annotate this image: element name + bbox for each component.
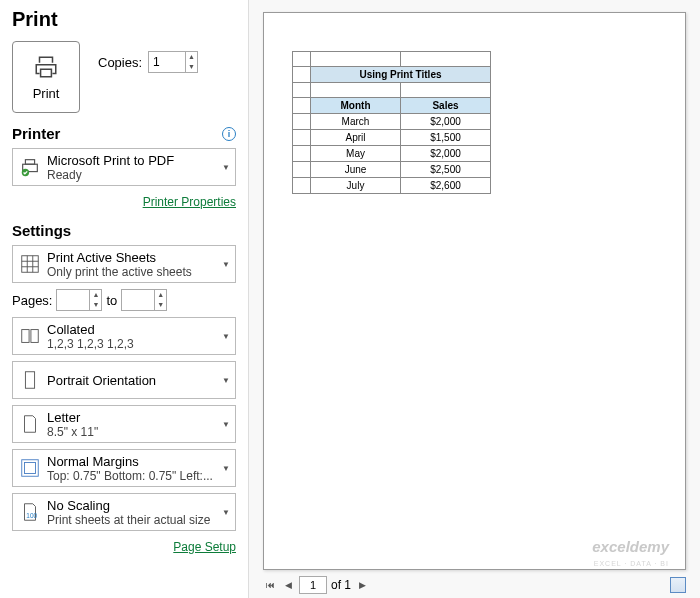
svg-rect-1 [25,160,34,165]
pages-to-input[interactable] [122,293,154,307]
portrait-icon [13,369,47,391]
svg-rect-6 [25,372,34,389]
chevron-down-icon[interactable]: ▼ [90,300,101,310]
margins-icon [13,457,47,479]
table-row: July$2,600 [293,178,491,194]
orientation-dropdown[interactable]: Portrait Orientation ▼ [12,361,236,399]
table-row: April$1,500 [293,130,491,146]
printer-heading-row: Printer i [12,125,236,142]
margins-dropdown[interactable]: Normal Margins Top: 0.75" Bottom: 0.75" … [12,449,236,487]
print-settings-pane: Print Print Copies: ▲▼ Printer i Microso… [0,0,248,598]
preview-table: Using Print Titles MonthSales March$2,00… [292,51,491,194]
page-icon [13,413,47,435]
chevron-down-icon[interactable]: ▼ [186,62,197,72]
table-row: May$2,000 [293,146,491,162]
col-month: Month [311,98,401,114]
next-page-button[interactable]: ▶ [355,578,369,592]
paper-dropdown[interactable]: Letter 8.5" x 11" ▼ [12,405,236,443]
paper-sub: 8.5" x 11" [47,425,217,439]
chevron-up-icon[interactable]: ▲ [90,290,101,300]
chevron-up-icon[interactable]: ▲ [186,52,197,62]
collate-main: Collated [47,322,217,337]
copies-stepper[interactable]: ▲▼ [185,52,197,72]
page-title: Print [12,8,236,31]
svg-rect-8 [25,463,36,474]
pages-from-spinner[interactable]: ▲▼ [56,289,102,311]
zoom-to-page-button[interactable] [670,577,686,593]
print-button-label: Print [33,86,60,101]
page-setup-link[interactable]: Page Setup [173,540,236,554]
orientation-main: Portrait Orientation [47,373,217,388]
preview-page: Using Print Titles MonthSales March$2,00… [263,12,686,570]
copies-spinner[interactable]: ▲▼ [148,51,198,73]
printer-dropdown[interactable]: Microsoft Print to PDF Ready ▼ [12,148,236,186]
collate-icon [13,325,47,347]
chevron-down-icon: ▼ [217,163,235,172]
pages-to-spinner[interactable]: ▲▼ [121,289,167,311]
sheets-icon [13,253,47,275]
margins-sub: Top: 0.75" Bottom: 0.75" Left:... [47,469,217,483]
info-icon[interactable]: i [222,127,236,141]
chevron-down-icon: ▼ [217,508,235,517]
print-what-sub: Only print the active sheets [47,265,217,279]
copies-input[interactable] [149,55,185,69]
settings-heading: Settings [12,222,236,239]
watermark-sub: EXCEL · DATA · BI [594,560,669,567]
pager: ⏮ ◀ of 1 ▶ [263,576,686,594]
first-page-button[interactable]: ⏮ [263,578,277,592]
col-sales: Sales [401,98,491,114]
chevron-down-icon: ▼ [217,376,235,385]
page-of-label: of 1 [331,578,351,592]
scaling-main: No Scaling [47,498,217,513]
scaling-sub: Print sheets at their actual size [47,513,217,527]
chevron-down-icon: ▼ [217,420,235,429]
table-row: March$2,000 [293,114,491,130]
printer-icon [31,54,61,80]
print-action-row: Print Copies: ▲▼ [12,41,236,113]
prev-page-button[interactable]: ◀ [281,578,295,592]
chevron-down-icon: ▼ [217,260,235,269]
scaling-icon: 100 [13,501,47,523]
watermark: exceldemy [592,538,669,555]
printer-status-icon [13,156,47,178]
print-what-dropdown[interactable]: Print Active Sheets Only print the activ… [12,245,236,283]
svg-rect-3 [22,256,39,273]
printer-status: Ready [47,168,217,182]
chevron-down-icon[interactable]: ▼ [155,300,166,310]
collate-sub: 1,2,3 1,2,3 1,2,3 [47,337,217,351]
pages-row: Pages: ▲▼ to ▲▼ [12,289,236,311]
printer-heading: Printer [12,125,60,142]
copies-row: Copies: ▲▼ [98,51,198,73]
paper-main: Letter [47,410,217,425]
printer-name: Microsoft Print to PDF [47,153,217,168]
pages-from-input[interactable] [57,293,89,307]
print-what-main: Print Active Sheets [47,250,217,265]
print-button[interactable]: Print [12,41,80,113]
pages-to-label: to [106,293,117,308]
table-title: Using Print Titles [311,67,491,83]
preview-pane: Using Print Titles MonthSales March$2,00… [248,0,700,598]
svg-rect-5 [31,330,38,343]
printer-properties-link[interactable]: Printer Properties [143,195,236,209]
collate-dropdown[interactable]: Collated 1,2,3 1,2,3 1,2,3 ▼ [12,317,236,355]
scaling-dropdown[interactable]: 100 No Scaling Print sheets at their act… [12,493,236,531]
chevron-up-icon[interactable]: ▲ [155,290,166,300]
page-input[interactable] [299,576,327,594]
copies-label: Copies: [98,55,142,70]
chevron-down-icon: ▼ [217,464,235,473]
table-row: June$2,500 [293,162,491,178]
svg-rect-4 [22,330,29,343]
chevron-down-icon: ▼ [217,332,235,341]
margins-main: Normal Margins [47,454,217,469]
svg-text:100: 100 [26,512,37,519]
pages-label: Pages: [12,293,52,308]
